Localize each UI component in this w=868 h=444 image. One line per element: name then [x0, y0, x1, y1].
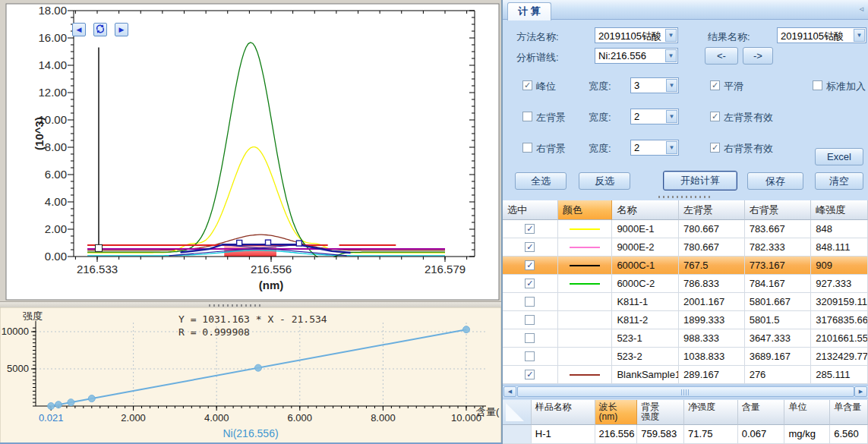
results-column-header[interactable]: 背景强度	[637, 400, 684, 425]
series-column-header[interactable]: 名称	[612, 200, 679, 220]
table-row[interactable]: ✓6000C-2786.833784.167927.333	[503, 275, 868, 293]
start-calculation-button[interactable]: 开始计算	[663, 171, 737, 191]
method-name-label: 方法名称:	[516, 30, 559, 44]
series-cell-peak: 909	[811, 257, 868, 275]
left-background-checkbox[interactable]	[522, 112, 532, 121]
splitter-grip[interactable]	[209, 304, 262, 307]
table-row[interactable]: ✓9000E-2780.667782.333848.111	[503, 238, 868, 257]
series-cell-peak: 2101661.555	[811, 329, 868, 348]
row-checkbox[interactable]: ✓	[525, 260, 535, 270]
chart-next-button[interactable]: ▶	[115, 23, 128, 36]
series-column-header[interactable]: 峰强度	[811, 200, 868, 220]
row-checkbox[interactable]: ✓	[525, 224, 535, 234]
horizontal-scrollbar[interactable]: ◀ ▶	[503, 385, 868, 398]
row-checkbox[interactable]: ✓	[525, 279, 535, 288]
chevron-down-icon[interactable]: ▼	[854, 29, 865, 42]
cursor-handle[interactable]	[95, 244, 102, 251]
chevron-down-icon[interactable]: ▼	[665, 29, 677, 42]
y-tick-label: 4.00	[45, 195, 67, 208]
left-bg-width-select[interactable]: 2 ▼	[630, 109, 679, 124]
peak-marker[interactable]	[237, 241, 242, 246]
next-line-button[interactable]: ->	[743, 47, 773, 65]
right-background-checkbox[interactable]	[522, 143, 532, 153]
right-background-label: 右背景	[536, 142, 566, 156]
left-bg-width-value: 2	[634, 111, 639, 122]
row-checkbox[interactable]: ✓	[525, 370, 535, 379]
chevron-down-icon[interactable]: ▼	[665, 49, 677, 62]
row-header-cell[interactable]	[503, 425, 532, 444]
peak-width-select[interactable]: 3 ▼	[630, 77, 679, 93]
series-cell-left: 1899.333	[679, 311, 745, 329]
calibration-chart[interactable]: 0.0212.0004.0006.0008.00010.000500010000…	[0, 307, 501, 444]
data-point[interactable]	[55, 401, 62, 408]
analysis-line-select[interactable]: Ni:216.556 ▼	[595, 48, 678, 64]
results-column-header[interactable]: 波长(nm)	[595, 400, 638, 425]
results-column-header[interactable]: 样品名称	[532, 400, 595, 425]
smooth-checkbox[interactable]: ✓	[710, 80, 720, 90]
previous-line-button[interactable]: <-	[705, 47, 738, 65]
y-axis-title: (10^3)	[33, 117, 46, 150]
table-row[interactable]: H-1216.556759.58371.750.067mg/kg6.560	[503, 425, 868, 444]
table-row[interactable]: 523-21038.8333689.1672132429.778	[503, 348, 868, 366]
row-checkbox[interactable]: ✓	[525, 242, 535, 252]
results-column-header[interactable]: 单位	[784, 400, 830, 425]
chevron-down-icon[interactable]: ▼	[666, 79, 677, 92]
series-column-header[interactable]: 颜色	[558, 200, 613, 220]
chart-refresh-button[interactable]	[93, 23, 107, 36]
clear-button[interactable]: 清空	[815, 172, 863, 190]
scroll-left-button[interactable]: ◀	[503, 386, 516, 397]
table-row[interactable]: ✓BlankSample1289.167276285.111	[503, 366, 868, 384]
table-row[interactable]: ✓9000E-1780.667783.667848	[503, 220, 868, 238]
series-column-header[interactable]: 左背景	[679, 200, 745, 220]
chevron-down-icon[interactable]: ▼	[666, 141, 677, 154]
peak-marker[interactable]	[266, 240, 271, 245]
series-column-header[interactable]: 选中	[503, 200, 558, 220]
chevron-down-icon[interactable]: ▼	[666, 110, 677, 123]
data-point[interactable]	[68, 399, 74, 406]
table-row[interactable]: 523-1988.3333647.3332101661.555	[503, 329, 868, 348]
select-all-button[interactable]: 全选	[515, 172, 567, 190]
results-column-header[interactable]: 含量	[738, 400, 785, 425]
right-bg-valid-checkbox[interactable]: ✓	[710, 143, 720, 153]
regression-equation: Y = 1031.163 * X - 21.534	[178, 313, 327, 325]
scrollbar-grip	[681, 389, 690, 395]
row-checkbox[interactable]	[525, 297, 535, 307]
row-checkbox[interactable]	[525, 315, 535, 325]
tab-calculation[interactable]: 计 算	[507, 2, 551, 20]
data-point[interactable]	[88, 395, 95, 402]
collapse-panel-icon[interactable]: ◃	[859, 5, 863, 13]
excel-export-button[interactable]: Excel	[815, 148, 863, 165]
x-tick-label: 216.556	[251, 263, 292, 276]
scroll-right-button[interactable]: ▶	[854, 386, 867, 397]
peak-marker[interactable]	[296, 241, 301, 246]
splitter-grip[interactable]	[658, 196, 712, 198]
chart-prev-button[interactable]: ◀	[72, 23, 86, 36]
row-checkbox[interactable]	[525, 351, 535, 361]
invert-selection-button[interactable]: 反选	[579, 172, 630, 190]
data-point[interactable]	[255, 364, 262, 371]
save-button[interactable]: 保存	[747, 172, 803, 190]
spectrum-chart[interactable]: 0.002.004.006.008.0010.0012.0014.0016.00…	[0, 0, 501, 301]
result-select[interactable]: 20191105钴酸 ▼	[777, 27, 866, 43]
panel-splitter[interactable]	[503, 194, 868, 200]
left-bg-valid-checkbox[interactable]: ✓	[710, 112, 720, 121]
series-cell-name: 523-1	[612, 329, 679, 348]
standard-addition-checkbox[interactable]	[813, 80, 822, 90]
series-cell-right: 3689.167	[745, 348, 812, 366]
table-row[interactable]: K811-21899.3335801.53176835.667	[503, 311, 868, 329]
data-point[interactable]	[48, 402, 55, 409]
table-corner-cell[interactable]	[503, 400, 532, 425]
peak-position-checkbox[interactable]: ✓	[522, 80, 532, 90]
series-column-header[interactable]: 右背景	[745, 200, 812, 220]
series-cell-name: 6000C-1	[612, 257, 679, 275]
right-bg-width-select[interactable]: 2 ▼	[630, 140, 679, 156]
method-select[interactable]: 20191105钴酸 ▼	[595, 27, 678, 43]
scrollbar-thumb[interactable]	[517, 386, 854, 397]
results-column-header[interactable]: 净强度	[684, 400, 738, 425]
row-checkbox[interactable]	[525, 333, 535, 343]
results-column-header[interactable]: 单含量	[830, 400, 868, 425]
table-row[interactable]: K811-12001.1675801.6673209159.111	[503, 293, 868, 311]
table-row[interactable]: ✓6000C-1767.5773.167909	[503, 257, 868, 275]
data-point[interactable]	[463, 326, 470, 333]
series-color-line	[570, 374, 600, 376]
